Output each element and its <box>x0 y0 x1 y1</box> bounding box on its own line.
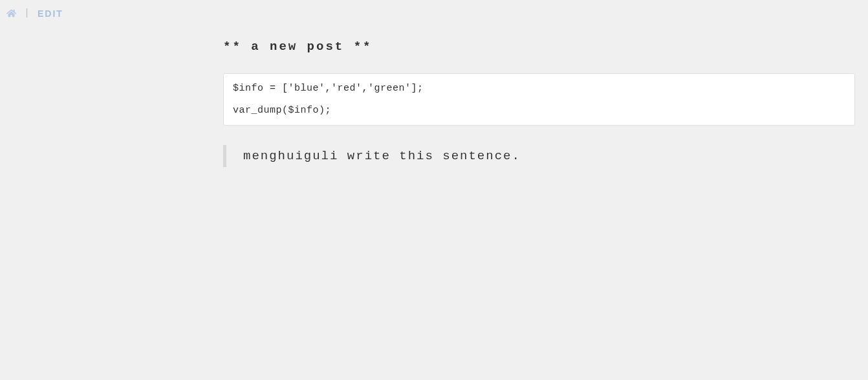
edit-link[interactable]: EDIT <box>38 8 63 19</box>
post-title: ** a new post ** <box>223 39 855 54</box>
code-block: $info = ['blue','red','green']; var_dump… <box>223 73 855 126</box>
header-divider: | <box>24 8 30 19</box>
page-header: | EDIT <box>0 0 868 27</box>
home-icon[interactable] <box>6 8 16 18</box>
post-content: ** a new post ** $info = ['blue','red','… <box>223 39 855 167</box>
blockquote: menghuiguli write this sentence. <box>223 145 855 167</box>
